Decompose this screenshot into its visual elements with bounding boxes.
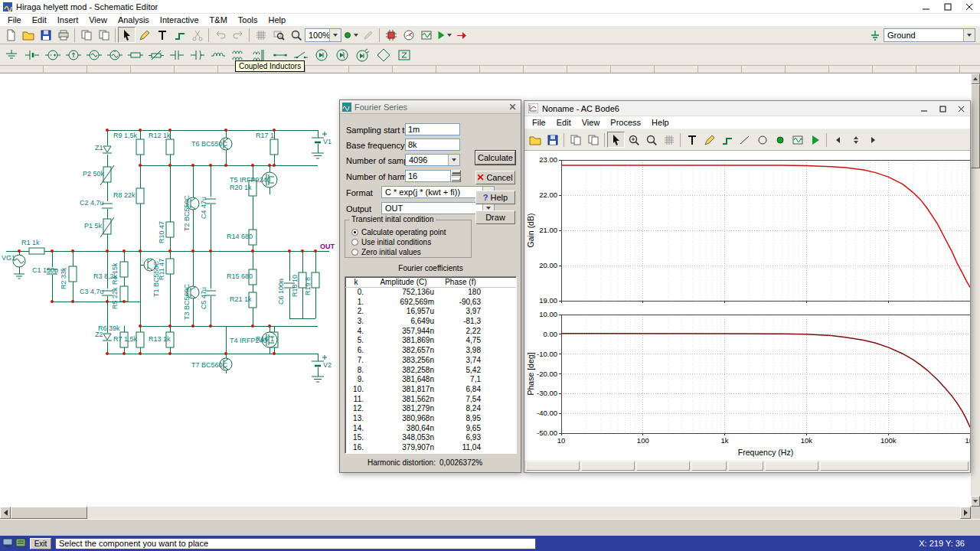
component-label[interactable]: P1 5k: [84, 222, 103, 230]
maximize-button[interactable]: [937, 0, 959, 14]
zoom-window-icon[interactable]: [270, 27, 287, 43]
cursor-icon[interactable]: [607, 132, 625, 148]
ground-icon[interactable]: [2, 46, 21, 64]
component-label[interactable]: T2 BC550C: [183, 194, 191, 231]
menu-item[interactable]: Interactive: [155, 15, 204, 25]
table-row[interactable]: 3. 6,649u -81,3: [345, 317, 516, 327]
copy-icon[interactable]: [77, 27, 95, 43]
component-label[interactable]: C6 100n: [277, 279, 285, 305]
component-label[interactable]: R13 1k: [149, 335, 171, 343]
component-label[interactable]: R15 680: [227, 272, 253, 280]
component-label[interactable]: C5 47u: [200, 287, 207, 309]
exit-button[interactable]: Exit: [30, 538, 51, 549]
grid-icon[interactable]: [660, 132, 678, 148]
table-row[interactable]: 0. 752,136u 180: [345, 288, 516, 298]
pen-icon[interactable]: [136, 27, 153, 43]
scroll-left-icon[interactable]: [0, 507, 11, 519]
menu-item[interactable]: Help: [263, 15, 292, 25]
component-label[interactable]: R17 1: [256, 132, 274, 139]
menu-item[interactable]: Analysis: [113, 15, 155, 25]
table-row[interactable]: 5. 381,869n 4,75: [345, 336, 516, 346]
component-label[interactable]: V2: [323, 361, 332, 369]
vertical-scroll-thumb[interactable]: [971, 84, 980, 168]
harmonics-down-icon[interactable]: [451, 176, 461, 182]
scroll-right-icon[interactable]: [960, 507, 971, 519]
title-bar[interactable]: Hiraga helyett mod - Schematic Editor: [0, 0, 980, 14]
page-spinner[interactable]: [847, 132, 864, 148]
minimize-button[interactable]: [916, 0, 937, 14]
undo-icon[interactable]: [211, 27, 229, 43]
paste-icon[interactable]: [95, 27, 113, 43]
pen-icon[interactable]: [701, 132, 718, 148]
table-row[interactable]: 9. 381,648n 7,1: [345, 375, 516, 385]
radio-icon[interactable]: [351, 239, 358, 246]
tm-meter-icon[interactable]: [400, 27, 417, 43]
component-label[interactable]: R10 47: [158, 221, 165, 243]
dialog-title-bar[interactable]: Fourier Series: [340, 100, 521, 114]
component-list-dropdown-icon[interactable]: [963, 29, 975, 41]
component-tab-strip[interactable]: [0, 66, 980, 73]
grid-icon[interactable]: [252, 27, 270, 43]
component-label[interactable]: R18 10: [291, 275, 299, 297]
component-label[interactable]: Z1: [95, 144, 103, 152]
component-label[interactable]: T3 BC560C: [183, 283, 191, 320]
samples-dropdown-icon[interactable]: [448, 155, 459, 165]
table-row[interactable]: 13. 380,968n 8,95: [345, 414, 516, 424]
component-label[interactable]: R11 47: [158, 259, 165, 280]
dialog-close-icon[interactable]: [507, 102, 518, 112]
open-icon[interactable]: [526, 132, 544, 148]
menu-item[interactable]: File: [2, 15, 27, 25]
board-icon[interactable]: [15, 538, 26, 549]
potentiometer-icon[interactable]: [146, 46, 166, 64]
save-icon[interactable]: [544, 132, 561, 148]
component-label[interactable]: R21 1k: [230, 295, 252, 303]
zoom-in-icon[interactable]: [625, 132, 642, 148]
component-label[interactable]: R20 1k: [230, 184, 252, 191]
number-of-harmonics-input[interactable]: [405, 170, 451, 182]
save-icon[interactable]: [37, 27, 54, 43]
signal-source-icon[interactable]: [341, 27, 359, 43]
menu-item[interactable]: View: [577, 117, 606, 128]
component-label[interactable]: C4 47u: [200, 197, 207, 219]
component-label[interactable]: R8 22k: [113, 191, 136, 199]
next-page-icon[interactable]: [864, 132, 882, 148]
close-button[interactable]: [959, 0, 980, 14]
redo-icon[interactable]: [229, 27, 247, 43]
menu-item[interactable]: Edit: [27, 15, 52, 25]
table-row[interactable]: 15. 348,053n 6,93: [345, 433, 516, 443]
zoom-select[interactable]: 100%: [305, 28, 341, 42]
draw-button[interactable]: Draw: [475, 210, 515, 224]
table-row[interactable]: 12. 381,279n 8,24: [345, 404, 516, 414]
table-row[interactable]: 6. 382,657n 3,98: [345, 346, 516, 356]
harmonics-up-icon[interactable]: [451, 170, 461, 176]
monitor-icon[interactable]: [2, 538, 13, 549]
marker-icon[interactable]: [771, 132, 789, 148]
component-label[interactable]: R1 1k: [21, 239, 40, 246]
menu-item[interactable]: Edit: [551, 117, 577, 128]
table-row[interactable]: 7. 383,256n 3,74: [345, 356, 516, 366]
table-row[interactable]: 16. 379,907n 11,04: [345, 443, 516, 453]
circle-icon[interactable]: [753, 132, 771, 148]
component-label[interactable]: C1 150p: [32, 266, 58, 274]
copy-special-icon[interactable]: [584, 132, 602, 148]
radio-calculate-operating-point[interactable]: Calculate operating point: [351, 228, 446, 236]
text-icon[interactable]: [683, 132, 701, 148]
table-row[interactable]: 11. 381,562n 7,54: [345, 395, 516, 405]
bode-close-button[interactable]: [952, 101, 970, 116]
zoom-dropdown-icon[interactable]: [329, 29, 341, 41]
curve-icon[interactable]: [718, 132, 736, 148]
help-button[interactable]: ?Help: [475, 191, 515, 204]
number-of-harmonics-stepper[interactable]: [405, 170, 451, 182]
component-label[interactable]: R5 22k: [111, 287, 119, 309]
magnifier-icon[interactable]: [642, 132, 660, 148]
component-label[interactable]: R7 1,5k: [113, 335, 138, 343]
component-label[interactable]: R9 1,5k: [113, 132, 138, 139]
menu-item[interactable]: Insert: [52, 15, 84, 25]
component-label[interactable]: T5 IRFP9240: [230, 176, 271, 184]
interactive-mode-icon[interactable]: [452, 27, 470, 43]
current-generator-icon[interactable]: [105, 46, 125, 64]
scroll-down-icon[interactable]: [971, 496, 980, 507]
component-label[interactable]: R14 680: [227, 233, 253, 240]
interactive-chip-icon[interactable]: [382, 27, 400, 43]
component-label[interactable]: R12 1k: [149, 132, 171, 139]
